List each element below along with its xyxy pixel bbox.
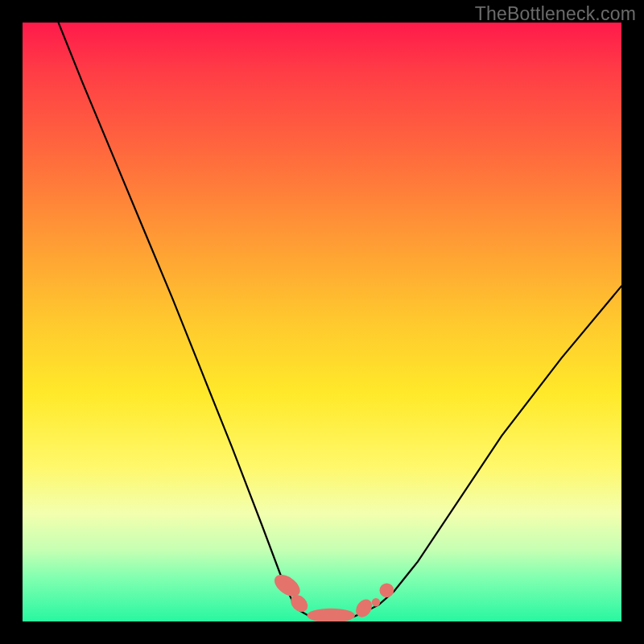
plot-area [23,23,621,621]
valley-marker [307,609,355,621]
valley-marker [380,583,394,597]
bottleneck-curve [59,23,621,618]
curve-lines [59,23,621,618]
watermark-text: TheBottleneck.com [475,3,636,25]
valley-marker [372,598,380,606]
bottleneck-curve-svg [23,23,621,621]
chart-frame: TheBottleneck.com [0,0,644,644]
